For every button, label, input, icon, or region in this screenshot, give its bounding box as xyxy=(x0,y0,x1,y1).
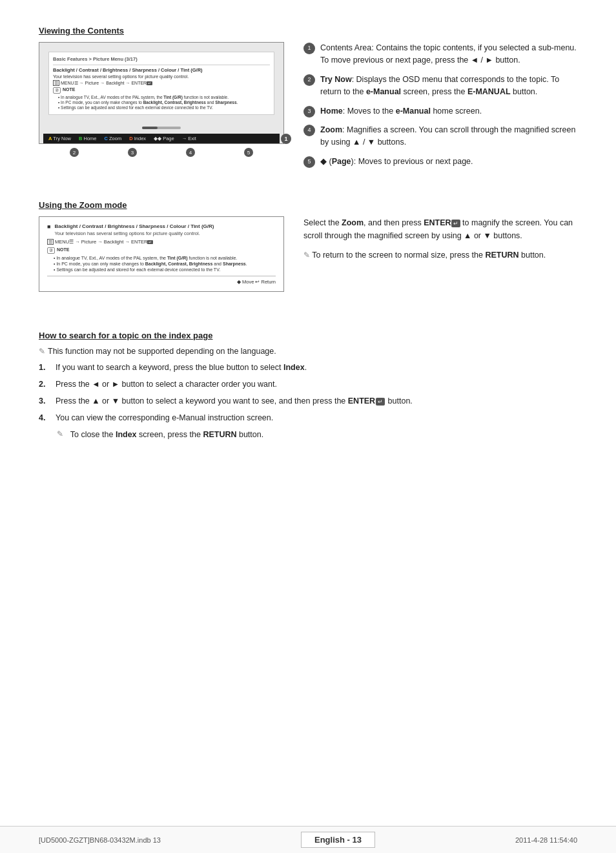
zoom-mode-section: Using the Zoom mode ■ Backlight / Contra… xyxy=(39,200,577,292)
step-num-3: 3. xyxy=(39,395,52,407)
nav-exit: → Exit xyxy=(182,136,196,141)
index-section: How to search for a topic on the index p… xyxy=(39,331,577,441)
step-text-2: Press the ◄ or ► button to select a char… xyxy=(56,378,277,391)
nav-bar: A Try Now B Home C Zoom D Index ◆◆ Page … xyxy=(43,134,280,143)
zoom-desc-2: ✎ To return to the screen to normal size… xyxy=(303,249,577,262)
zoom-note-title: NOTE xyxy=(57,247,69,254)
callout-1: 1 xyxy=(281,134,291,144)
viewing-contents-section: Viewing the Contents Basic Features > Pi… xyxy=(39,26,577,174)
desc-item-5: 5 ◆ (Page): Moves to previous or next pa… xyxy=(303,156,577,168)
desc-num-2: 2 xyxy=(303,74,315,86)
zoom-mode-title: Using the Zoom mode xyxy=(39,200,577,210)
nav-home: B Home xyxy=(79,136,97,141)
callout-5: 5 xyxy=(244,148,253,157)
zoom-descriptions: Select the Zoom, and then press ENTER↵ t… xyxy=(303,216,577,292)
bullet-2: In PC mode, you can only make changes to… xyxy=(53,100,270,105)
desc-num-4: 4 xyxy=(303,125,315,136)
footer-right: 2011-4-28 11:54:40 xyxy=(515,836,577,844)
step-num-2: 2. xyxy=(39,378,52,391)
nav-labels-row: 2 3 4 5 xyxy=(39,145,284,159)
zoom-bullet-2: • In PC mode, you can only make changes … xyxy=(47,262,276,266)
desc-item-2: 2 Try Now: Displays the OSD menu that co… xyxy=(303,74,577,99)
zoom-nav-bar: ◆ Move ↩ Return xyxy=(47,276,276,285)
desc-text-3: Home: Moves to the e-Manual home screen. xyxy=(320,105,482,118)
desc-num-3: 3 xyxy=(303,106,315,118)
index-note: ✎ This function may not be supported dep… xyxy=(39,347,577,356)
nav-try-now: A Try Now xyxy=(48,136,71,141)
zoom-bullet-1: • In analogue TV, Ext., AV modes of the … xyxy=(47,256,276,260)
zoom-screen-header: Backlight / Contrast / Brightness / Shar… xyxy=(54,223,214,229)
index-section-title: How to search for a topic on the index p… xyxy=(39,331,577,340)
page-wrapper: Viewing the Contents Basic Features > Pi… xyxy=(0,0,616,853)
desc-item-3: 3 Home: Moves to the e-Manual home scree… xyxy=(303,105,577,118)
viewing-contents-title: Viewing the Contents xyxy=(39,26,577,36)
step-text-3: Press the ▲ or ▼ button to select a keyw… xyxy=(56,395,413,407)
index-step-1: 1. If you want to search a keyword, pres… xyxy=(39,361,577,374)
step-num-1: 1. xyxy=(39,361,52,374)
desc-item-4: 4 Zoom: Magnifies a screen. You can scro… xyxy=(303,124,577,149)
step-num-4: 4. xyxy=(39,411,52,424)
nav-page: ◆◆ Page xyxy=(154,136,174,141)
bullet-1: In analogue TV, Ext., AV modes of the PA… xyxy=(53,95,270,99)
desc-num-5: 5 xyxy=(303,156,315,168)
sub-note-icon: ✎ xyxy=(57,428,63,441)
zoom-bullet-3: • Settings can be adjusted and stored fo… xyxy=(47,267,276,272)
desc-text-5: ◆ (Page): Moves to previous or next page… xyxy=(320,156,473,168)
screen-content-line2: Your television has several setting opti… xyxy=(53,74,270,79)
top-section: Basic Features > Picture Menu (3/17) Bac… xyxy=(39,42,577,174)
desc-num-1: 1 xyxy=(303,43,315,54)
screen-mockup-viewing: Basic Features > Picture Menu (3/17) Bac… xyxy=(39,42,284,174)
step-text-4: You can view the corresponding e-Manual … xyxy=(56,411,273,424)
zoom-menu-nav: ☰ MENU☰ → Picture → Backlight → ENTER↵ xyxy=(47,239,276,245)
bullet-3: Settings can be adjusted and stored for … xyxy=(53,105,270,110)
index-step-2: 2. Press the ◄ or ► button to select a c… xyxy=(39,378,577,391)
callout-2: 2 xyxy=(70,148,79,157)
footer-left: [UD5000-ZGZT]BN68-03432M.indb 13 xyxy=(39,836,161,844)
nav-index: D Index xyxy=(129,136,146,141)
screen-inner-viewing: Basic Features > Picture Menu (3/17) Bac… xyxy=(48,52,274,115)
step-text-1: If you want to search a keyword, press t… xyxy=(56,361,307,374)
zoom-screen-sub: Your television has several setting opti… xyxy=(54,231,214,236)
callout-4: 4 xyxy=(186,148,195,157)
sub-note: ✎ To close the Index screen, press the R… xyxy=(57,428,577,441)
viewing-descriptions: 1 Contents Area: Contains the topic cont… xyxy=(303,42,577,174)
callout-3: 3 xyxy=(128,148,137,157)
menu-path: Basic Features > Picture Menu (3/17) xyxy=(53,56,270,62)
index-steps: 1. If you want to search a keyword, pres… xyxy=(39,361,577,441)
desc-text-1: Contents Area: Contains the topic conten… xyxy=(320,42,577,67)
footer: [UD5000-ZGZT]BN68-03432M.indb 13 English… xyxy=(0,826,616,853)
index-step-3: 3. Press the ▲ or ▼ button to select a k… xyxy=(39,395,577,407)
footer-center: English - 13 xyxy=(301,832,375,848)
sub-note-text: To close the Index screen, press the RET… xyxy=(66,428,263,441)
screen-content-line1: Backlight / Contrast / Brightness / Shar… xyxy=(53,67,270,73)
index-note-text: This function may not be supported depen… xyxy=(48,347,276,356)
desc-text-2: Try Now: Displays the OSD menu that corr… xyxy=(320,74,577,99)
nav-zoom: C Zoom xyxy=(105,136,122,141)
zoom-mockup: ■ Backlight / Contrast / Brightness / Sh… xyxy=(39,216,284,292)
zoom-desc-1: Select the Zoom, and then press ENTER↵ t… xyxy=(303,216,577,242)
note-icon: ✎ xyxy=(39,347,45,356)
index-step-4: 4. You can view the corresponding e-Manu… xyxy=(39,411,577,424)
screen-menu-nav: ☰ MENU☰ → Picture → Backlight → ENTER↵ xyxy=(53,81,270,86)
desc-item-1: 1 Contents Area: Contains the topic cont… xyxy=(303,42,577,67)
desc-text-4: Zoom: Magnifies a screen. You can scroll… xyxy=(320,124,577,149)
zoom-content: ■ Backlight / Contrast / Brightness / Sh… xyxy=(39,216,577,292)
